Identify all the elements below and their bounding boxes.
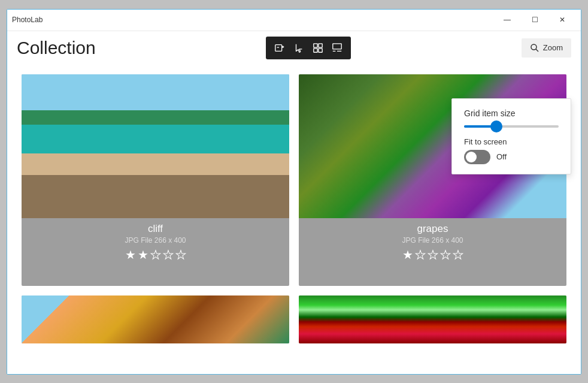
toolbar-center	[266, 37, 351, 59]
star-4: ★	[440, 248, 451, 262]
layout-button[interactable]	[329, 40, 345, 56]
star-2: ★	[138, 248, 148, 262]
photo-card-partial-2[interactable]	[299, 295, 566, 343]
photo-image-partial-2	[299, 295, 566, 343]
photo-info-cliff: cliff JPG File 266 x 400 ★ ★ ★ ★ ★	[22, 218, 289, 266]
svg-rect-8	[333, 43, 341, 49]
grid-view-button[interactable]	[310, 40, 326, 56]
zoom-panel-title: Grid item size	[464, 108, 559, 118]
toolbar-icons-group	[266, 37, 351, 59]
toggle-row: Off	[464, 150, 559, 164]
star-4: ★	[163, 248, 174, 262]
photo-card-partial-1[interactable]	[22, 295, 289, 343]
fit-to-screen-toggle[interactable]	[464, 150, 490, 164]
svg-rect-4	[314, 43, 317, 47]
photo-card-cliff[interactable]: cliff JPG File 266 x 400 ★ ★ ★ ★ ★	[22, 74, 289, 287]
app-window: PhotoLab — ☐ ✕ Collection	[7, 9, 581, 375]
photo-name-grapes: grapes	[301, 223, 564, 235]
minimize-button[interactable]: —	[493, 11, 521, 29]
toggle-knob	[466, 152, 477, 162]
zoom-button[interactable]: Zoom	[522, 38, 571, 58]
fit-to-screen-label: Fit to screen	[464, 137, 507, 146]
photo-image-partial-1	[22, 295, 289, 343]
star-3: ★	[150, 248, 161, 262]
star-2: ★	[415, 248, 426, 262]
app-title: PhotoLab	[12, 16, 43, 24]
slider-track	[464, 125, 559, 128]
svg-rect-7	[319, 48, 322, 52]
photo-info-grapes: grapes JPG File 266 x 400 ★ ★ ★ ★ ★	[299, 218, 566, 266]
close-button[interactable]: ✕	[548, 11, 576, 29]
photo-name-cliff: cliff	[24, 223, 287, 235]
photo-image-cliff	[22, 74, 289, 218]
content-area: cliff JPG File 266 x 400 ★ ★ ★ ★ ★	[7, 65, 581, 374]
fit-to-screen-row: Fit to screen	[464, 137, 559, 146]
svg-rect-5	[319, 43, 322, 47]
photo-stars-grapes: ★ ★ ★ ★ ★	[301, 248, 564, 262]
star-1: ★	[125, 248, 136, 262]
maximize-button[interactable]: ☐	[521, 11, 548, 29]
star-1: ★	[402, 248, 413, 262]
slider-thumb[interactable]	[490, 120, 502, 132]
page-title: Collection	[17, 38, 96, 58]
svg-rect-0	[275, 44, 282, 51]
star-5: ★	[453, 248, 463, 262]
svg-point-11	[531, 44, 537, 50]
add-to-collection-button[interactable]	[272, 40, 287, 56]
star-5: ★	[175, 248, 186, 262]
photo-stars-cliff: ★ ★ ★ ★ ★	[24, 248, 287, 262]
photo-meta-grapes: JPG File 266 x 400	[301, 236, 564, 245]
svg-line-12	[536, 49, 538, 52]
titlebar-controls: — ☐ ✕	[493, 11, 576, 29]
slider-fill	[464, 125, 492, 128]
toolbar-right: Zoom	[522, 38, 571, 58]
zoom-dropdown-panel: Grid item size Fit to screen Off	[451, 98, 571, 174]
star-3: ★	[428, 248, 438, 262]
titlebar: PhotoLab — ☐ ✕	[7, 10, 581, 31]
select-button[interactable]	[291, 40, 307, 56]
zoom-label: Zoom	[543, 43, 563, 52]
grid-size-slider-container	[464, 125, 559, 128]
toolbar: Collection	[7, 31, 581, 65]
toggle-off-label: Off	[496, 152, 507, 161]
photo-meta-cliff: JPG File 266 x 400	[24, 236, 287, 245]
svg-rect-6	[314, 48, 317, 52]
titlebar-left: PhotoLab	[12, 16, 43, 24]
